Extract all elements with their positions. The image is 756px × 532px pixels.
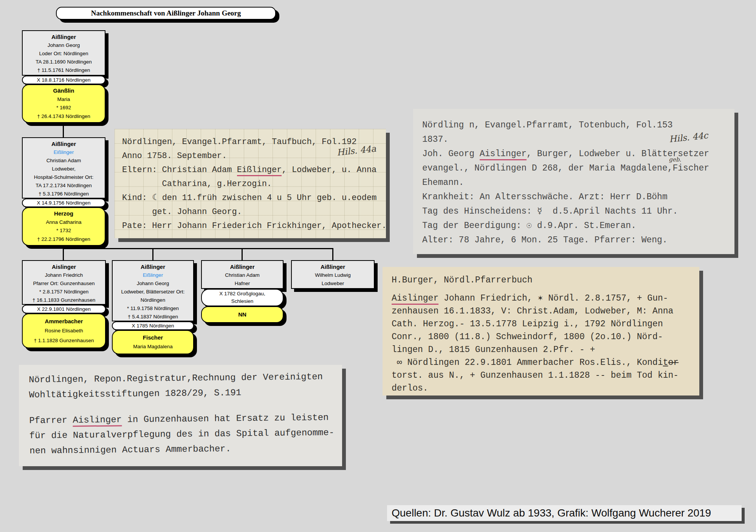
text-line: † 5.4.1837 Nördlingen (113, 313, 193, 321)
child-box-1: Aislinger Johann FriedrichPfarrer Ort: G… (22, 260, 106, 305)
doc-line: Wohltätigkeitsstiftungen 1828/29, S.191 (29, 385, 332, 403)
doc-line-text: evangel., Nördlingen D 268, der Maria Ma… (422, 163, 673, 173)
person-details: Johann GeorgLoder Ort: NördlingenTA 28.1… (23, 41, 105, 74)
struck-letters: or (668, 358, 679, 368)
person-details: Johann GeorgLodweber, Blättersetzer Ort:… (113, 279, 193, 321)
doc-line-text: Johann Friedrich, ✶ Nördl. 2.8.1757, + G… (438, 293, 668, 303)
doc-line: Tag des Hinscheidens: ☿ d.5.April Nachts… (422, 204, 725, 219)
person-alt-surname: Eißlinger (113, 271, 193, 279)
person-surname: Aißlinger (23, 140, 105, 148)
person-box-gen1-father: Aißlinger Johann GeorgLoder Ort: Nördlin… (22, 30, 105, 76)
registratur-scan: Nördlingen, Repon.Registratur,Rechnung d… (19, 365, 342, 466)
text-line: Wilhelm Ludwig (292, 271, 374, 279)
doc-line: Catharina, g.Herzogin. (122, 177, 378, 191)
text-line: † 16.1.1833 Gunzenhausen (23, 296, 105, 304)
genealogy-page: Nachkommenschaft von Aißlinger Johann Ge… (0, 0, 756, 532)
doc-text-block: Nördlingen, Repon.Registratur,Rechnung d… (29, 369, 333, 459)
doc-line: Kind: ☾ den 11.früh zwischen 4 u 5 Uhr g… (122, 191, 378, 205)
spouse-box-gen2-mother: Herzog Anna Catharina* 1732† 22.2.1796 N… (22, 207, 105, 246)
doc-line-text: Fischer (673, 163, 710, 173)
marriage-text: X 1782 Großglogau, (202, 290, 283, 298)
doc-line: derlos. (392, 382, 690, 395)
spouse-surname: NN (203, 311, 282, 318)
doc-line: evangel., Nördlingen D 268, der Maria Ma… (422, 161, 725, 175)
doc-line: Tag der Beerdigung: ☉ d.9.Apr. St.Emeran… (422, 219, 725, 233)
spouse-box-gen1-mother: Gänßlin Maria* 1692† 26.4.1743 Nördlinge… (22, 84, 105, 123)
doc-line: Aislinger Johann Friedrich, ✶ Nördl. 2.8… (392, 292, 690, 305)
doc-line-text: Joh. Georg (422, 149, 480, 159)
spouse-surname: Herzog (23, 210, 104, 217)
pfarrerbuch-scan: H.Burger, Nördl.Pfarrerbuch Aislinger Jo… (383, 267, 699, 396)
sources-caption: Quellen: Dr. Gustav Wulz ab 1933, Grafik… (387, 505, 742, 521)
text-line: TA 17.2.1734 Nördlingen (23, 181, 105, 190)
doc-line: lingen D., 1815 Gunzenhausen 2.Pfr. - + (392, 343, 690, 356)
doc-line-text: in Gunzenhausen hat Ersatz zu leisten (122, 413, 329, 425)
red-underlined-name: Aislinger (480, 149, 527, 160)
text-line: TA 28.1.1690 Nördlingen (23, 58, 105, 66)
spouse-box-child2: Fischer Maria Magdalena (112, 330, 194, 354)
text-line: Lodweber, Blättersetzer Ort: (113, 288, 193, 296)
text-line: Rosine Elisabeth (23, 327, 104, 335)
marriage-pill-child1: X 22.9.1801 Nördlingen (22, 305, 106, 313)
text-line: † 26.4.1743 Nördlingen (23, 113, 104, 120)
marriage-pill-gen1: X 18.8.1716 Nördlingen (22, 76, 105, 84)
text-line: Hafner (202, 279, 283, 288)
doc-line: Pate: Herr Johann Friederich Frickhinger… (122, 219, 378, 233)
marriage-text: X 22.9.1801 Nördlingen (23, 306, 105, 312)
person-surname: Aislinger (23, 263, 105, 271)
tree-line-gen1-gen2 (63, 123, 64, 137)
person-details: Christian AdamLodweber,Hospital-Schulmei… (23, 157, 105, 198)
text-line: * 1692 (23, 104, 104, 112)
text-line: Johann Georg (23, 41, 105, 50)
doc-line: get. Johann Georg. (122, 205, 378, 219)
child-box-4: Aißlinger Wilhelm LudwigLodweber (291, 260, 375, 289)
tree-stub-child4 (332, 248, 333, 260)
person-surname: Aißlinger (23, 33, 105, 41)
text-line: Nördlingen (113, 296, 193, 304)
spouse-box-child3: NN (201, 306, 284, 323)
doc-line-text: , Lodweber, u. Anna (282, 165, 376, 175)
text-line: * 11.9.1758 Nördlingen (113, 304, 193, 313)
doc-line: torst. aus N., + Gunzenhausen 1.1.1828 -… (392, 369, 690, 382)
text-line: * 2.8.1757 Nördlingen (23, 288, 105, 296)
child-box-2: Aißlinger Eißlinger Johann GeorgLodweber… (112, 260, 194, 321)
text-line: Hospital-Schulmeister Ort: (23, 173, 105, 181)
person-details: Christian AdamHafner (202, 271, 283, 288)
spouse-surname: Ammerbacher (23, 318, 104, 325)
doc-line: Eltern: Christian Adam Eißlinger, Lodweb… (122, 163, 378, 177)
taufbuch-scan: Hils. 44a Nördlingen, Evangel.Pfarramt, … (115, 129, 386, 238)
doc-line: nen wahnsinnigen Actuars Ammerbacher. (29, 440, 333, 459)
text-line: Lodweber (292, 279, 374, 288)
person-details: Johann FriedrichPfarrer Ort: Gunzenhause… (23, 271, 105, 304)
tree-stub-child2 (152, 248, 153, 260)
text-line: † 22.2.1796 Nördlingen (23, 236, 104, 243)
text-line: † 11.5.1761 Nördlingen (23, 66, 105, 74)
person-alt-surname: Eißlinger (23, 148, 105, 157)
doc-line: H.Burger, Nördl.Pfarrerbuch (392, 274, 690, 287)
text-line: Christian Adam (202, 271, 283, 279)
text-line: Johann Georg (113, 279, 193, 288)
totenbuch-scan: Hils. 44c Nördling n, Evangel.Pfarramt, … (413, 109, 734, 254)
marriage-pill-gen2: X 14.9.1756 Nördlingen (22, 199, 105, 207)
doc-line: Nördlingen, Repon.Registratur,Rechnung d… (29, 369, 332, 388)
text-line: Johann Friedrich (23, 271, 105, 279)
doc-line-text: ∞ Nördlingen 22.9.1801 Ammerbacher Ros.E… (392, 358, 663, 368)
doc-line: Conr., 1800 (11.8.) Schweindorf, 1800 (2… (392, 330, 690, 343)
tree-stub-child3 (242, 248, 243, 260)
text-line: Maria (23, 96, 104, 103)
marriage-pill-child3: X 1782 Großglogau, Schlesien (201, 289, 284, 306)
spouse-surname: Fischer (113, 334, 192, 341)
text-line: Anna Catharina (23, 219, 104, 226)
text-line: Christian Adam (23, 157, 105, 165)
doc-line-text: , Burger, Lodweber u. Blättersetzer (527, 149, 709, 159)
doc-line: Cath. Herzog.- 13.5.1778 Leipzig i., 179… (392, 318, 690, 330)
spouse-surname: Gänßlin (23, 87, 104, 95)
doc-line: für die Naturalverpflegung des in das Sp… (29, 425, 333, 444)
person-surname: Aißlinger (292, 263, 374, 271)
text-line: Pfarrer Ort: Gunzenhausen (23, 279, 105, 288)
text-line: Lodweber, (23, 165, 105, 173)
red-underlined-name: Eißlinger (237, 165, 282, 176)
doc-line-text: Eltern: Christian Adam (122, 165, 237, 175)
doc-line: Nördling n, Evangel.Pfarramt, Totenbuch,… (422, 118, 725, 132)
person-details: Wilhelm LudwigLodweber (292, 271, 374, 288)
